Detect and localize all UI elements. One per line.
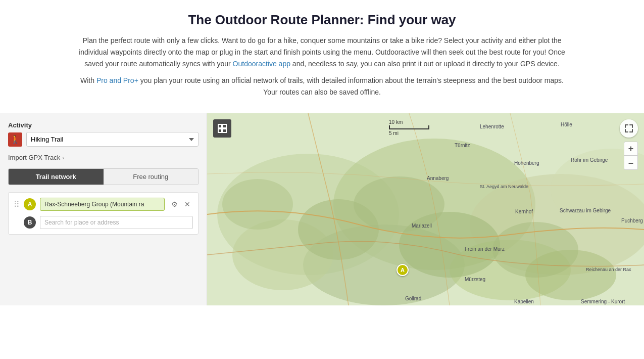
tab-trail-network[interactable]: Trail network xyxy=(9,169,104,185)
svg-text:Rohr im Gebirge: Rohr im Gebirge xyxy=(571,157,608,163)
main-area: Activity 🚶 Hiking Trail Mountain Bike Ro… xyxy=(0,113,644,305)
waypoint-a-input[interactable] xyxy=(40,198,165,211)
map-container[interactable]: Lehenrotte Hölle Furth an der Triesting … xyxy=(207,113,644,305)
svg-text:Hohenberg: Hohenberg xyxy=(514,160,539,166)
svg-text:Frein an der Mürz: Frein an der Mürz xyxy=(465,246,505,252)
scale-bar xyxy=(389,125,429,129)
zoom-out-button[interactable]: – xyxy=(624,156,638,170)
activity-label: Activity xyxy=(8,121,199,129)
activity-icon: 🚶 xyxy=(8,132,22,147)
waypoint-a-settings-button[interactable]: ⚙ xyxy=(169,199,180,210)
activity-select[interactable]: Hiking Trail Mountain Bike Road Cycling … xyxy=(26,132,199,147)
import-gpx-arrow-icon: › xyxy=(62,155,64,161)
page-title: The Outdoor Route Planner: Find your way xyxy=(40,12,604,28)
zoom-in-button[interactable]: + xyxy=(624,142,638,156)
header-section: The Outdoor Route Planner: Find your way… xyxy=(0,0,644,113)
waypoint-a-actions: ⚙ ✕ xyxy=(169,199,193,210)
outdooractive-app-link[interactable]: Outdooractive app xyxy=(233,60,290,68)
marker-a-circle: A xyxy=(397,264,409,276)
svg-text:Semmering - Kurort: Semmering - Kurort xyxy=(581,299,625,304)
svg-text:Mürzsteg: Mürzsteg xyxy=(465,277,485,282)
map-scale: 10 km 5 mi xyxy=(389,119,429,136)
svg-text:Lehenrotte: Lehenrotte xyxy=(480,124,504,129)
svg-text:Kernhof: Kernhof xyxy=(515,209,533,214)
import-gpx-label: Import GPX Track xyxy=(8,154,60,161)
svg-text:Annaberg: Annaberg xyxy=(427,175,449,181)
svg-rect-45 xyxy=(223,124,226,128)
description-paragraph-1: Plan the perfect route with only a few c… xyxy=(77,35,567,70)
svg-text:Puchberg am Schneeberg: Puchberg am Schneeberg xyxy=(621,218,644,223)
waypoint-row-b: ⠿ B xyxy=(14,216,193,229)
drag-handle-icon[interactable]: ⠿ xyxy=(14,200,20,209)
svg-text:Hölle: Hölle xyxy=(561,122,572,127)
svg-text:Reichenau an der Rax: Reichenau an der Rax xyxy=(586,267,631,272)
activity-row: 🚶 Hiking Trail Mountain Bike Road Cyclin… xyxy=(8,132,199,147)
scale-km-label: 10 km xyxy=(389,119,429,125)
scale-mi-label: 5 mi xyxy=(389,130,429,136)
import-gpx-row[interactable]: Import GPX Track › xyxy=(8,154,199,161)
waypoint-b-input[interactable] xyxy=(40,216,193,229)
waypoint-a-remove-button[interactable]: ✕ xyxy=(182,199,193,210)
routing-tabs: Trail network Free routing xyxy=(8,168,199,185)
pro-link[interactable]: Pro and Pro+ xyxy=(96,76,138,84)
svg-text:St. Aegyd am Neuwalde: St. Aegyd am Neuwalde xyxy=(480,184,528,189)
svg-point-13 xyxy=(525,250,616,300)
map-svg: Lehenrotte Hölle Furth an der Triesting … xyxy=(207,113,644,305)
svg-text:Kapellen: Kapellen xyxy=(514,299,534,304)
marker-a-letter: A xyxy=(401,267,405,273)
svg-text:Mariazell: Mariazell xyxy=(412,223,432,229)
svg-rect-46 xyxy=(218,129,222,132)
waypoint-letter-a: A xyxy=(24,198,36,210)
description-paragraph-2: With Pro and Pro+ you plan your route us… xyxy=(77,75,567,98)
svg-point-12 xyxy=(222,179,293,230)
sidebar: Activity 🚶 Hiking Trail Mountain Bike Ro… xyxy=(0,113,207,305)
svg-text:Türnitz: Türnitz xyxy=(455,143,470,148)
map-expand-button[interactable] xyxy=(213,119,231,138)
waypoint-row-a: ⠿ A ⚙ ✕ xyxy=(14,198,193,211)
tab-free-routing[interactable]: Free routing xyxy=(104,169,199,185)
svg-rect-47 xyxy=(223,129,226,132)
svg-text:Gollrad: Gollrad xyxy=(405,296,421,301)
svg-text:Schwarzau im Gebirge: Schwarzau im Gebirge xyxy=(560,208,611,213)
svg-rect-44 xyxy=(218,124,222,128)
map-marker-a: A xyxy=(397,264,409,276)
map-zoom-controls: + – xyxy=(624,142,638,170)
waypoint-letter-b: B xyxy=(24,216,36,229)
waypoints-container: ⠿ A ⚙ ✕ ⠿ B xyxy=(8,192,199,235)
